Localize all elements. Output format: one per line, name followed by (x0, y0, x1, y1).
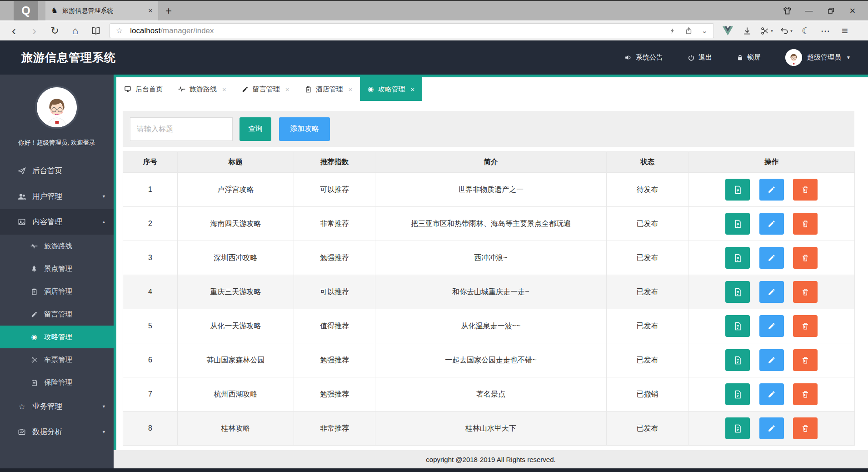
share-icon[interactable] (685, 27, 693, 35)
dark-mode-moon-icon[interactable]: ☾ (798, 25, 814, 36)
view-button[interactable] (725, 281, 750, 303)
browser-address-bar: ‹ › ↻ ⌂ ☆ localhost/manager/index ⌄ ▾ (0, 21, 868, 40)
delete-button[interactable] (793, 281, 818, 303)
delete-button[interactable] (793, 247, 818, 269)
sidebar-item-routes[interactable]: 旅游路线 (0, 235, 114, 257)
tab-close-icon[interactable]: × (349, 85, 353, 93)
pencil-icon (768, 288, 776, 296)
sidebar-item-messages[interactable]: 留言管理 (0, 303, 114, 326)
search-input[interactable] (130, 117, 233, 141)
browser-tab-strip: Q ♞ 旅游信息管理系统 × + — × (0, 0, 868, 20)
more-options-icon[interactable]: ⋯ (817, 25, 833, 36)
table-row: 3 深圳西冲攻略 勉强推荐 西冲冲浪~ 已发布 (123, 241, 855, 275)
scissors-caret-icon[interactable]: ▾ (771, 29, 773, 33)
view-button[interactable] (725, 417, 750, 439)
delete-button[interactable] (793, 315, 818, 337)
new-tab-button[interactable]: + (158, 1, 179, 20)
view-button[interactable] (725, 213, 750, 235)
system-announcement-button[interactable]: 系统公告 (624, 53, 663, 62)
delete-button[interactable] (793, 383, 818, 405)
refresh-icon[interactable]: ↻ (45, 25, 65, 37)
user-menu[interactable]: 超级管理员 ▼ (785, 49, 851, 66)
view-button[interactable] (725, 315, 750, 337)
browser-logo-letter: Q (21, 4, 30, 17)
logout-button[interactable]: 退出 (688, 53, 712, 62)
cell-title: 莽山国家森林公园 (178, 343, 294, 377)
theme-tshirt-icon[interactable] (783, 6, 792, 15)
delete-button[interactable] (793, 213, 818, 235)
chevron-down-icon[interactable]: ⌄ (702, 26, 708, 35)
vue-devtools-icon[interactable] (719, 26, 736, 35)
sidebar-item-analytics[interactable]: 数据分析 ▼ (0, 419, 114, 445)
delete-button[interactable] (793, 179, 818, 201)
tab-messages[interactable]: 留言管理 × (234, 77, 297, 101)
view-button[interactable] (725, 247, 750, 269)
tab-close-icon[interactable]: × (285, 85, 289, 93)
home-icon[interactable]: ⌂ (65, 25, 85, 37)
scissors-screenshot-icon[interactable]: ▾ (758, 26, 775, 35)
sidebar-item-business[interactable]: ☆ 业务管理 ▼ (0, 394, 114, 419)
view-button[interactable] (725, 349, 750, 371)
tab-close-icon[interactable]: × (222, 85, 226, 93)
bookmark-star-icon[interactable]: ☆ (116, 26, 123, 35)
sidebar-item-users[interactable]: 用户管理 ▼ (0, 184, 114, 209)
tab-close-icon[interactable]: × (148, 6, 153, 15)
undo-icon[interactable]: ▾ (778, 26, 794, 35)
pencil-icon (30, 311, 38, 318)
document-icon (733, 424, 742, 433)
paper-plane-icon (17, 167, 26, 175)
download-icon[interactable] (739, 26, 755, 35)
edit-button[interactable] (759, 281, 784, 303)
delete-button[interactable] (793, 417, 818, 439)
sidebar-item-attractions[interactable]: 景点管理 (0, 257, 114, 280)
lightning-icon[interactable] (669, 27, 676, 35)
sidebar-item-insurance[interactable]: 保险管理 (0, 371, 114, 394)
address-input[interactable]: ☆ localhost/manager/index ⌄ (110, 23, 714, 38)
tab-hotels[interactable]: 酒店管理 × (297, 77, 360, 101)
undo-caret-icon[interactable]: ▾ (790, 29, 793, 33)
tab-routes[interactable]: 旅游路线 × (170, 77, 234, 101)
trash-icon (801, 186, 809, 194)
sidebar-item-guides[interactable]: ◉ 攻略管理 (0, 326, 114, 348)
lock-screen-button[interactable]: 锁屏 (737, 53, 761, 62)
sidebar-item-hotels[interactable]: 酒店管理 (0, 280, 114, 303)
edit-button[interactable] (759, 213, 784, 235)
cell-no: 8 (123, 412, 178, 446)
cell-status: 待发布 (607, 173, 688, 207)
delete-button[interactable] (793, 349, 818, 371)
tab-close-icon[interactable]: × (410, 85, 414, 93)
back-icon[interactable]: ‹ (4, 24, 24, 38)
tab-label: 留言管理 (253, 85, 280, 94)
sidebar-item-tickets[interactable]: 车票管理 (0, 348, 114, 371)
view-button[interactable] (725, 383, 750, 405)
tab-label: 旅游路线 (190, 85, 217, 94)
forward-icon[interactable]: › (24, 24, 45, 38)
reading-mode-book-icon[interactable] (85, 26, 106, 35)
tab-dashboard[interactable]: 后台首页 (116, 77, 170, 101)
query-button[interactable]: 查询 (239, 117, 271, 141)
browser-logo[interactable]: Q (14, 1, 38, 20)
cell-recommendation: 勉强推荐 (294, 377, 375, 412)
view-button[interactable] (725, 179, 750, 201)
sidebar-item-dashboard[interactable]: 后台首页 (0, 158, 114, 184)
window-restore-button[interactable] (826, 7, 835, 14)
document-icon (733, 254, 742, 262)
cell-recommendation: 值得推荐 (294, 309, 375, 343)
edit-button[interactable] (759, 417, 784, 439)
sidebar-item-label: 酒店管理 (44, 287, 72, 296)
main-menu-icon[interactable]: ≡ (837, 25, 853, 37)
monitor-icon (124, 85, 131, 93)
cell-title: 重庆三天游攻略 (178, 275, 294, 309)
edit-button[interactable] (759, 349, 784, 371)
add-guide-button[interactable]: 添加攻略 (279, 117, 330, 141)
tab-guides[interactable]: ◉ 攻略管理 × (360, 77, 422, 101)
cell-status: 已发布 (607, 207, 688, 241)
window-minimize-button[interactable]: — (804, 6, 813, 15)
edit-button[interactable] (759, 315, 784, 337)
sidebar-item-content[interactable]: 内容管理 ▲ (0, 209, 114, 235)
browser-tab[interactable]: ♞ 旅游信息管理系统 × (45, 1, 158, 20)
edit-button[interactable] (759, 383, 784, 405)
edit-button[interactable] (759, 179, 784, 201)
edit-button[interactable] (759, 247, 784, 269)
window-close-button[interactable]: × (848, 5, 857, 17)
